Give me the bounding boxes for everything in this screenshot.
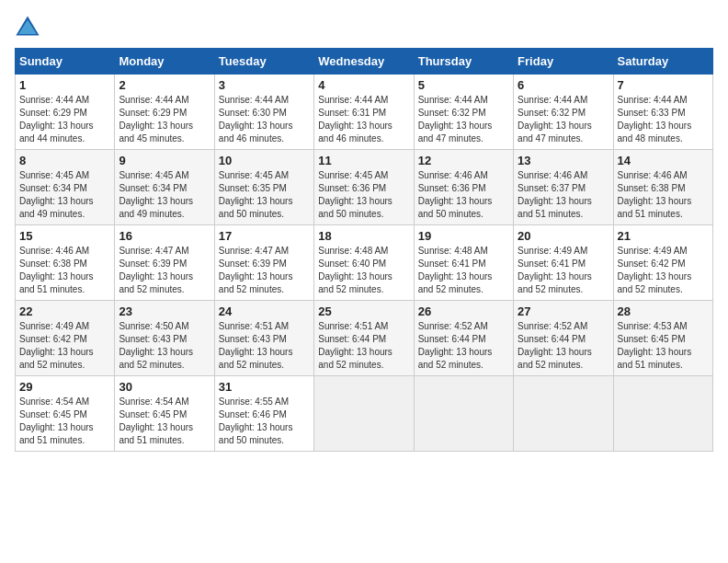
day-detail: Sunrise: 4:49 AMSunset: 6:42 PMDaylight:… <box>19 321 94 370</box>
day-number: 5 <box>418 78 509 92</box>
day-detail: Sunrise: 4:45 AMSunset: 6:35 PMDaylight:… <box>219 170 293 219</box>
day-detail: Sunrise: 4:47 AMSunset: 6:39 PMDaylight:… <box>119 246 193 294</box>
calendar-day-11: 11Sunrise: 4:45 AMSunset: 6:36 PMDayligh… <box>314 150 414 225</box>
logo <box>15 15 44 40</box>
day-detail: Sunrise: 4:44 AMSunset: 6:29 PMDaylight:… <box>19 95 94 144</box>
calendar-day-18: 18Sunrise: 4:48 AMSunset: 6:40 PMDayligh… <box>314 225 414 301</box>
calendar-day-19: 19Sunrise: 4:48 AMSunset: 6:41 PMDayligh… <box>414 225 513 301</box>
empty-cell <box>514 376 613 452</box>
day-detail: Sunrise: 4:49 AMSunset: 6:41 PMDaylight:… <box>518 246 592 294</box>
day-detail: Sunrise: 4:47 AMSunset: 6:39 PMDaylight:… <box>219 246 293 294</box>
day-number: 29 <box>19 380 110 394</box>
calendar-day-23: 23Sunrise: 4:50 AMSunset: 6:43 PMDayligh… <box>115 301 214 376</box>
day-number: 31 <box>219 380 310 394</box>
calendar-day-29: 29Sunrise: 4:54 AMSunset: 6:45 PMDayligh… <box>16 376 115 452</box>
day-detail: Sunrise: 4:48 AMSunset: 6:40 PMDaylight:… <box>318 246 392 294</box>
empty-cell <box>314 376 414 452</box>
day-number: 24 <box>219 304 310 318</box>
day-detail: Sunrise: 4:44 AMSunset: 6:32 PMDaylight:… <box>518 95 592 144</box>
calendar-day-17: 17Sunrise: 4:47 AMSunset: 6:39 PMDayligh… <box>214 225 313 301</box>
day-detail: Sunrise: 4:44 AMSunset: 6:33 PMDaylight:… <box>618 95 692 144</box>
day-detail: Sunrise: 4:44 AMSunset: 6:29 PMDaylight:… <box>119 95 193 144</box>
day-number: 28 <box>618 304 709 318</box>
day-detail: Sunrise: 4:44 AMSunset: 6:30 PMDaylight:… <box>219 95 293 144</box>
day-number: 8 <box>19 154 110 167</box>
calendar-day-24: 24Sunrise: 4:51 AMSunset: 6:43 PMDayligh… <box>214 301 313 376</box>
calendar-day-5: 5Sunrise: 4:44 AMSunset: 6:32 PMDaylight… <box>414 75 513 150</box>
calendar-week-2: 8Sunrise: 4:45 AMSunset: 6:34 PMDaylight… <box>16 150 713 225</box>
calendar-day-1: 1Sunrise: 4:44 AMSunset: 6:29 PMDaylight… <box>16 75 115 150</box>
day-detail: Sunrise: 4:49 AMSunset: 6:42 PMDaylight:… <box>618 246 692 294</box>
day-number: 13 <box>518 154 609 167</box>
header-saturday: Saturday <box>613 49 712 75</box>
calendar-day-9: 9Sunrise: 4:45 AMSunset: 6:34 PMDaylight… <box>115 150 214 225</box>
day-detail: Sunrise: 4:52 AMSunset: 6:44 PMDaylight:… <box>418 321 493 370</box>
day-number: 21 <box>618 229 709 243</box>
day-detail: Sunrise: 4:46 AMSunset: 6:38 PMDaylight:… <box>618 170 692 219</box>
calendar-day-21: 21Sunrise: 4:49 AMSunset: 6:42 PMDayligh… <box>613 225 712 301</box>
day-number: 17 <box>219 229 310 243</box>
header-row: SundayMondayTuesdayWednesdayThursdayFrid… <box>16 49 713 75</box>
calendar-day-14: 14Sunrise: 4:46 AMSunset: 6:38 PMDayligh… <box>613 150 712 225</box>
calendar-day-6: 6Sunrise: 4:44 AMSunset: 6:32 PMDaylight… <box>514 75 613 150</box>
header-sunday: Sunday <box>16 49 115 75</box>
calendar-day-27: 27Sunrise: 4:52 AMSunset: 6:44 PMDayligh… <box>514 301 613 376</box>
calendar-day-7: 7Sunrise: 4:44 AMSunset: 6:33 PMDaylight… <box>613 75 712 150</box>
header-tuesday: Tuesday <box>214 49 313 75</box>
day-number: 2 <box>119 78 210 92</box>
calendar-day-3: 3Sunrise: 4:44 AMSunset: 6:30 PMDaylight… <box>214 75 313 150</box>
calendar-day-16: 16Sunrise: 4:47 AMSunset: 6:39 PMDayligh… <box>115 225 214 301</box>
day-detail: Sunrise: 4:46 AMSunset: 6:36 PMDaylight:… <box>418 170 493 219</box>
day-detail: Sunrise: 4:45 AMSunset: 6:36 PMDaylight:… <box>318 170 392 219</box>
header-thursday: Thursday <box>414 49 513 75</box>
day-number: 19 <box>418 229 509 243</box>
day-detail: Sunrise: 4:48 AMSunset: 6:41 PMDaylight:… <box>418 246 493 294</box>
calendar-day-25: 25Sunrise: 4:51 AMSunset: 6:44 PMDayligh… <box>314 301 414 376</box>
day-detail: Sunrise: 4:51 AMSunset: 6:44 PMDaylight:… <box>318 321 392 370</box>
day-number: 1 <box>19 78 110 92</box>
day-number: 7 <box>618 78 709 92</box>
day-number: 26 <box>418 304 509 318</box>
day-number: 25 <box>318 304 409 318</box>
day-detail: Sunrise: 4:54 AMSunset: 6:45 PMDaylight:… <box>19 396 94 445</box>
calendar-day-22: 22Sunrise: 4:49 AMSunset: 6:42 PMDayligh… <box>16 301 115 376</box>
calendar-day-28: 28Sunrise: 4:53 AMSunset: 6:45 PMDayligh… <box>613 301 712 376</box>
day-number: 23 <box>119 304 210 318</box>
day-number: 22 <box>19 304 110 318</box>
header-wednesday: Wednesday <box>314 49 414 75</box>
day-number: 3 <box>219 78 310 92</box>
day-detail: Sunrise: 4:45 AMSunset: 6:34 PMDaylight:… <box>19 170 94 219</box>
calendar-week-4: 22Sunrise: 4:49 AMSunset: 6:42 PMDayligh… <box>16 301 713 376</box>
day-detail: Sunrise: 4:44 AMSunset: 6:32 PMDaylight:… <box>418 95 493 144</box>
calendar-header: SundayMondayTuesdayWednesdayThursdayFrid… <box>16 49 713 75</box>
calendar-table: SundayMondayTuesdayWednesdayThursdayFrid… <box>15 48 713 452</box>
day-detail: Sunrise: 4:44 AMSunset: 6:31 PMDaylight:… <box>318 95 392 144</box>
day-number: 15 <box>19 229 110 243</box>
day-number: 11 <box>318 154 409 167</box>
header-monday: Monday <box>115 49 214 75</box>
day-number: 30 <box>119 380 210 394</box>
day-detail: Sunrise: 4:55 AMSunset: 6:46 PMDaylight:… <box>219 396 293 445</box>
calendar-day-4: 4Sunrise: 4:44 AMSunset: 6:31 PMDaylight… <box>314 75 414 150</box>
calendar-day-30: 30Sunrise: 4:54 AMSunset: 6:45 PMDayligh… <box>115 376 214 452</box>
calendar-day-2: 2Sunrise: 4:44 AMSunset: 6:29 PMDaylight… <box>115 75 214 150</box>
day-detail: Sunrise: 4:50 AMSunset: 6:43 PMDaylight:… <box>119 321 193 370</box>
calendar-day-12: 12Sunrise: 4:46 AMSunset: 6:36 PMDayligh… <box>414 150 513 225</box>
page-header <box>15 15 713 40</box>
calendar-week-1: 1Sunrise: 4:44 AMSunset: 6:29 PMDaylight… <box>16 75 713 150</box>
day-number: 20 <box>518 229 609 243</box>
day-number: 18 <box>318 229 409 243</box>
calendar-week-5: 29Sunrise: 4:54 AMSunset: 6:45 PMDayligh… <box>16 376 713 452</box>
day-number: 10 <box>219 154 310 167</box>
day-number: 16 <box>119 229 210 243</box>
logo-icon <box>15 15 40 40</box>
empty-cell <box>414 376 513 452</box>
day-detail: Sunrise: 4:46 AMSunset: 6:37 PMDaylight:… <box>518 170 592 219</box>
calendar-day-15: 15Sunrise: 4:46 AMSunset: 6:38 PMDayligh… <box>16 225 115 301</box>
day-detail: Sunrise: 4:53 AMSunset: 6:45 PMDaylight:… <box>618 321 692 370</box>
calendar-body: 1Sunrise: 4:44 AMSunset: 6:29 PMDaylight… <box>16 75 713 452</box>
day-detail: Sunrise: 4:45 AMSunset: 6:34 PMDaylight:… <box>119 170 193 219</box>
day-detail: Sunrise: 4:52 AMSunset: 6:44 PMDaylight:… <box>518 321 592 370</box>
calendar-day-26: 26Sunrise: 4:52 AMSunset: 6:44 PMDayligh… <box>414 301 513 376</box>
calendar-day-20: 20Sunrise: 4:49 AMSunset: 6:41 PMDayligh… <box>514 225 613 301</box>
